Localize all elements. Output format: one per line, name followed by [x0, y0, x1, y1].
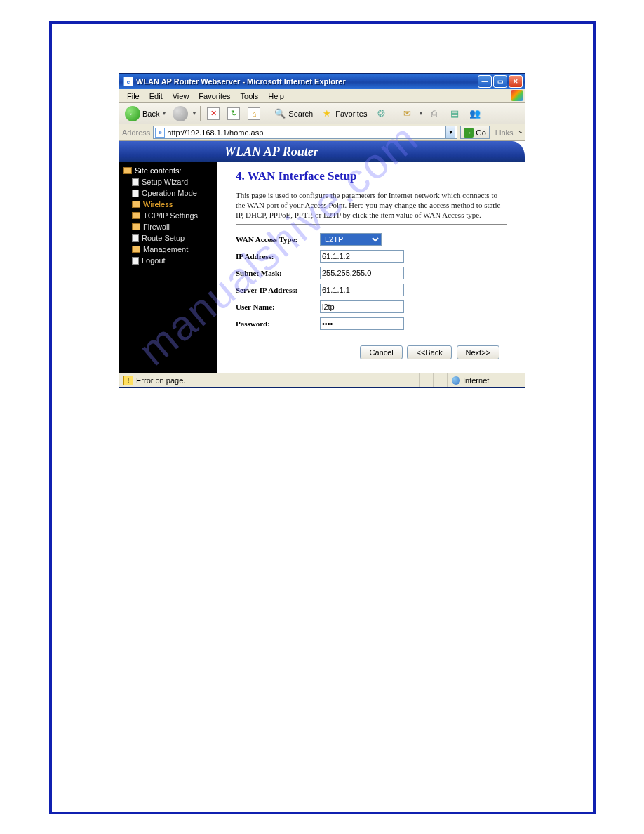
- print-icon: ⎙: [428, 107, 441, 120]
- history-button[interactable]: ❂: [372, 105, 390, 122]
- input-user-name[interactable]: [320, 300, 404, 313]
- home-icon: ⌂: [248, 107, 260, 120]
- mail-icon: ✉: [401, 107, 413, 120]
- folder-icon: [132, 246, 140, 253]
- page-heading: 4. WAN Interface Setup: [236, 169, 507, 183]
- status-message: ! Error on page.: [119, 373, 391, 387]
- status-zone: Internet: [448, 373, 525, 387]
- minimize-button[interactable]: —: [478, 75, 492, 88]
- page-description: This page is used to configure the param…: [236, 190, 507, 220]
- refresh-icon: ↻: [227, 107, 240, 120]
- refresh-button[interactable]: ↻: [224, 105, 243, 122]
- favorites-button[interactable]: ★ Favorites: [318, 105, 370, 122]
- url-input[interactable]: e http://192.168.1.1/home.asp ▼: [153, 126, 457, 139]
- page-icon: e: [155, 128, 165, 138]
- toolbar: ← Back ▼ → ▼ ✕ ↻ ⌂ 🔍 Search ★ Favorites …: [119, 103, 525, 124]
- search-icon: 🔍: [274, 107, 286, 120]
- input-server-ip[interactable]: [320, 284, 404, 296]
- stop-icon: ✕: [207, 107, 220, 120]
- doc-icon: [132, 178, 139, 186]
- ie-icon: e: [123, 77, 133, 86]
- sidebar-header: Site contents:: [119, 165, 217, 176]
- document-frame: e WLAN AP Router Webserver - Microsoft I…: [49, 21, 596, 814]
- address-bar: Address e http://192.168.1.1/home.asp ▼ …: [119, 124, 525, 141]
- home-button[interactable]: ⌂: [245, 105, 263, 122]
- folder-icon: [132, 201, 140, 208]
- menubar: File Edit View Favorites Tools Help: [119, 89, 525, 103]
- select-wan-access-type[interactable]: L2TP: [320, 233, 382, 246]
- main-panel: 4. WAN Interface Setup This page is used…: [217, 141, 525, 373]
- ie-window: e WLAN AP Router Webserver - Microsoft I…: [119, 73, 525, 388]
- menu-favorites[interactable]: Favorites: [194, 91, 235, 102]
- menu-tools[interactable]: Tools: [236, 91, 264, 102]
- forward-dropdown-icon: ▼: [192, 111, 196, 116]
- banner: WLAN AP Router: [119, 141, 525, 162]
- next-button[interactable]: Next>>: [457, 345, 499, 359]
- row-subnet-mask: Subnet Mask:: [236, 267, 507, 279]
- back-button[interactable]: ← Back ▼: [122, 105, 169, 122]
- back-dropdown-icon: ▼: [161, 111, 166, 116]
- cancel-button[interactable]: Cancel: [360, 345, 402, 359]
- row-password: Password:: [236, 317, 507, 330]
- close-button[interactable]: ✕: [509, 75, 523, 88]
- menu-edit[interactable]: Edit: [145, 91, 168, 102]
- label-wan-access-type: WAN Access Type:: [236, 235, 320, 244]
- messenger-button[interactable]: 👥: [466, 105, 484, 122]
- back-button[interactable]: <<Back: [407, 345, 451, 359]
- sidebar-item-route-setup[interactable]: Route Setup: [119, 232, 217, 244]
- folder-icon: [123, 167, 132, 174]
- forward-icon: →: [173, 106, 188, 121]
- go-icon: →: [464, 128, 474, 138]
- input-ip-address[interactable]: [320, 250, 404, 263]
- sidebar-item-tcpip[interactable]: TCP/IP Settings: [119, 210, 217, 221]
- url-text: http://192.168.1.1/home.asp: [167, 128, 443, 137]
- sidebar-item-operation-mode[interactable]: Operation Mode: [119, 187, 217, 199]
- print-button[interactable]: ⎙: [425, 105, 443, 122]
- sidebar: Site contents: Setup Wizard Operation Mo…: [119, 141, 217, 373]
- windows-flag-icon: [511, 90, 523, 101]
- window-titlebar: e WLAN AP Router Webserver - Microsoft I…: [119, 74, 525, 89]
- folder-icon: [132, 212, 140, 219]
- go-button[interactable]: → Go: [460, 126, 490, 139]
- maximize-button[interactable]: ▭: [493, 75, 507, 88]
- sidebar-item-logout[interactable]: Logout: [119, 255, 217, 266]
- back-icon: ←: [125, 106, 140, 121]
- search-button[interactable]: 🔍 Search: [271, 105, 316, 122]
- doc-icon: [132, 234, 139, 242]
- sidebar-item-wireless[interactable]: Wireless: [119, 199, 217, 210]
- stop-button[interactable]: ✕: [204, 105, 222, 122]
- input-password[interactable]: [320, 317, 404, 330]
- sidebar-item-setup-wizard[interactable]: Setup Wizard: [119, 176, 217, 187]
- forward-button[interactable]: →: [171, 105, 189, 122]
- internet-zone-icon: [452, 376, 460, 385]
- links-label[interactable]: Links: [492, 128, 516, 137]
- label-subnet-mask: Subnet Mask:: [236, 269, 320, 277]
- doc-icon: [132, 257, 139, 265]
- label-user-name: User Name:: [236, 303, 320, 311]
- row-ip-address: IP Address:: [236, 250, 507, 263]
- messenger-icon: 👥: [469, 107, 481, 120]
- menu-view[interactable]: View: [168, 91, 194, 102]
- row-server-ip: Server IP Address:: [236, 284, 507, 296]
- edit-button[interactable]: ▤: [445, 105, 464, 122]
- input-subnet-mask[interactable]: [320, 267, 404, 279]
- window-title: WLAN AP Router Webserver - Microsoft Int…: [136, 77, 478, 86]
- expand-icon[interactable]: »: [519, 129, 522, 135]
- statusbar: ! Error on page. Internet: [119, 373, 525, 387]
- history-icon: ❂: [375, 107, 387, 120]
- url-dropdown-icon[interactable]: ▼: [445, 126, 455, 138]
- mail-button[interactable]: ✉: [398, 105, 416, 122]
- row-wan-access-type: WAN Access Type: L2TP: [236, 233, 507, 246]
- folder-icon: [132, 223, 140, 230]
- menu-file[interactable]: File: [122, 91, 145, 102]
- warning-icon: !: [123, 376, 133, 385]
- label-server-ip: Server IP Address:: [236, 286, 320, 294]
- sidebar-item-firewall[interactable]: Firewall: [119, 221, 217, 232]
- divider: [236, 224, 507, 225]
- edit-icon: ▤: [448, 107, 461, 120]
- menu-help[interactable]: Help: [263, 91, 289, 102]
- sidebar-item-management[interactable]: Management: [119, 244, 217, 255]
- row-user-name: User Name:: [236, 300, 507, 313]
- label-password: Password:: [236, 319, 320, 328]
- doc-icon: [132, 190, 139, 197]
